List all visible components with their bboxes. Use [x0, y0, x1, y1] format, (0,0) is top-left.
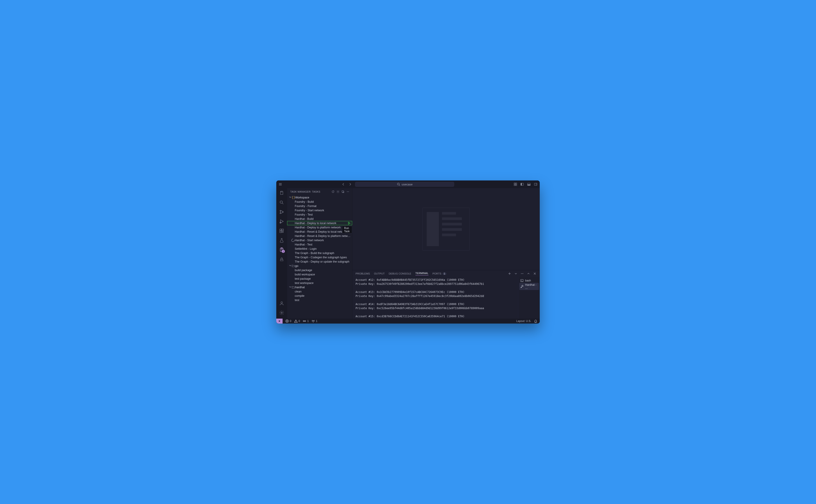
- task-item[interactable]: The Graph - Codegen the subgraph types: [287, 255, 352, 259]
- tab-debug-console[interactable]: DEBUG CONSOLE: [388, 272, 411, 275]
- command-center-search[interactable]: usecase: [355, 182, 454, 187]
- terminal-item-label: Hardhat - …: [525, 283, 538, 290]
- status-errors[interactable]: 0: [285, 319, 291, 323]
- layout-grid-icon[interactable]: [514, 182, 517, 186]
- task-item[interactable]: The Graph - Deploy or update the subgrap…: [287, 259, 352, 264]
- source-control-icon[interactable]: [279, 209, 284, 215]
- panel-maximize-icon[interactable]: [527, 272, 530, 275]
- tab-terminal[interactable]: TERMINAL: [416, 272, 429, 275]
- task-item[interactable]: compile: [287, 294, 352, 298]
- tab-output[interactable]: OUTPUT: [374, 272, 384, 275]
- task-group-hardhat[interactable]: hardhat: [287, 285, 352, 289]
- task-group-workspace[interactable]: Workspace: [287, 195, 352, 200]
- new-terminal-icon[interactable]: [508, 272, 511, 275]
- terminal-item-bash[interactable]: bash: [519, 278, 539, 283]
- status-broadcast[interactable]: 1: [311, 319, 317, 323]
- svg-rect-18: [282, 231, 283, 233]
- panel-close-icon[interactable]: [533, 272, 537, 275]
- svg-point-10: [280, 201, 282, 203]
- task-item[interactable]: Hardhat - Start network: [287, 238, 352, 242]
- tab-ports[interactable]: PORTS 1: [433, 272, 446, 275]
- task-item[interactable]: SettleMint - Login: [287, 247, 352, 251]
- svg-point-34: [313, 320, 313, 321]
- task-item[interactable]: test package: [287, 277, 352, 281]
- accounts-icon[interactable]: [279, 301, 284, 306]
- bottom-panel: PROBLEMS OUTPUT DEBUG CONSOLE TERMINAL P…: [352, 270, 540, 319]
- task-manager-icon[interactable]: [279, 247, 284, 252]
- task-item[interactable]: Hardhat - Test: [287, 242, 352, 247]
- bell-icon[interactable]: [534, 319, 538, 323]
- task-item[interactable]: test workspace: [287, 281, 352, 285]
- task-item[interactable]: Hardhat - Reset & Deploy to platform net…: [287, 234, 352, 238]
- svg-point-33: [305, 321, 306, 322]
- svg-rect-1: [514, 183, 515, 184]
- svg-rect-16: [282, 229, 283, 231]
- search-activity-icon[interactable]: [279, 200, 284, 205]
- svg-rect-3: [514, 185, 515, 186]
- task-item[interactable]: test: [287, 298, 352, 302]
- toggle-secondary-sidebar-icon[interactable]: [534, 182, 538, 186]
- svg-rect-15: [280, 229, 281, 231]
- task-group-go[interactable]: go: [287, 264, 352, 268]
- terminal-output[interactable]: Account #12: 0xFABB0ac9d68B0B445fB735727…: [352, 277, 518, 319]
- svg-rect-17: [280, 231, 281, 233]
- sidebar-task-manager: TASK MANAGER: TASKS WorkspaceFoundry - B…: [287, 188, 352, 319]
- run-task-tooltip: Run Task: [342, 226, 352, 234]
- task-tree[interactable]: WorkspaceFoundry - BuildFoundry - Format…: [287, 195, 352, 319]
- task-item[interactable]: Foundry - Build: [287, 200, 352, 204]
- task-item[interactable]: Foundry - Format: [287, 204, 352, 208]
- svg-point-24: [347, 191, 347, 192]
- tool-icon: [520, 285, 524, 288]
- refresh-icon[interactable]: [331, 190, 334, 193]
- gear-icon[interactable]: [336, 190, 339, 193]
- task-item[interactable]: build workspace: [287, 272, 352, 277]
- svg-rect-4: [516, 185, 517, 186]
- svg-rect-9: [534, 183, 537, 185]
- remote-indicator[interactable]: [276, 319, 282, 324]
- nav-back-icon[interactable]: [341, 182, 345, 186]
- task-item[interactable]: Foundry - Test: [287, 212, 352, 217]
- tab-problems[interactable]: PROBLEMS: [355, 272, 370, 275]
- svg-point-22: [337, 191, 338, 192]
- task-item[interactable]: Hardhat - Build: [287, 217, 352, 221]
- run-task-icon[interactable]: [347, 221, 351, 225]
- svg-point-11: [280, 210, 281, 211]
- status-bar: 0 0 1 1 Layout: U.S.: [276, 319, 540, 324]
- toggle-panel-icon[interactable]: [527, 182, 531, 186]
- svg-rect-23: [342, 191, 343, 192]
- tab-ports-label: PORTS: [433, 272, 441, 275]
- status-layout[interactable]: Layout: U.S.: [516, 320, 531, 323]
- task-item[interactable]: Hardhat - Deploy to local network: [287, 221, 352, 225]
- status-ports[interactable]: 1: [302, 319, 309, 323]
- empty-editor-placeholder: [352, 188, 540, 270]
- ports-badge: 1: [443, 272, 446, 275]
- svg-rect-2: [516, 183, 517, 184]
- status-warnings[interactable]: 0: [294, 319, 300, 323]
- task-item[interactable]: The Graph - Build the subgraph: [287, 251, 352, 255]
- svg-point-21: [281, 312, 282, 313]
- sidebar-title: TASK MANAGER: TASKS: [290, 190, 330, 193]
- settings-gear-icon[interactable]: [279, 310, 284, 315]
- testing-icon[interactable]: [279, 238, 284, 243]
- terminal-dropdown-icon[interactable]: [514, 272, 518, 275]
- svg-point-12: [280, 213, 281, 214]
- extensions-icon[interactable]: [279, 228, 284, 234]
- svg-point-32: [303, 321, 304, 322]
- svg-point-29: [523, 273, 523, 274]
- panel-tabs: PROBLEMS OUTPUT DEBUG CONSOLE TERMINAL P…: [352, 270, 540, 277]
- run-debug-icon[interactable]: [279, 219, 284, 224]
- task-item[interactable]: build package: [287, 268, 352, 272]
- collapse-all-icon[interactable]: [341, 190, 344, 193]
- svg-rect-8: [528, 185, 530, 185]
- nav-forward-icon[interactable]: [348, 182, 352, 186]
- panel-more-icon[interactable]: [520, 272, 524, 275]
- genie-icon[interactable]: [279, 257, 284, 262]
- more-icon[interactable]: [346, 190, 349, 193]
- svg-point-0: [397, 183, 399, 185]
- task-item[interactable]: Foundry - Start network: [287, 208, 352, 212]
- task-item[interactable]: clean: [287, 289, 352, 294]
- explorer-icon[interactable]: [279, 190, 284, 196]
- toggle-sidebar-icon[interactable]: [520, 182, 524, 186]
- menu-icon[interactable]: [278, 182, 282, 186]
- terminal-item-hardhat[interactable]: Hardhat - …: [519, 283, 539, 290]
